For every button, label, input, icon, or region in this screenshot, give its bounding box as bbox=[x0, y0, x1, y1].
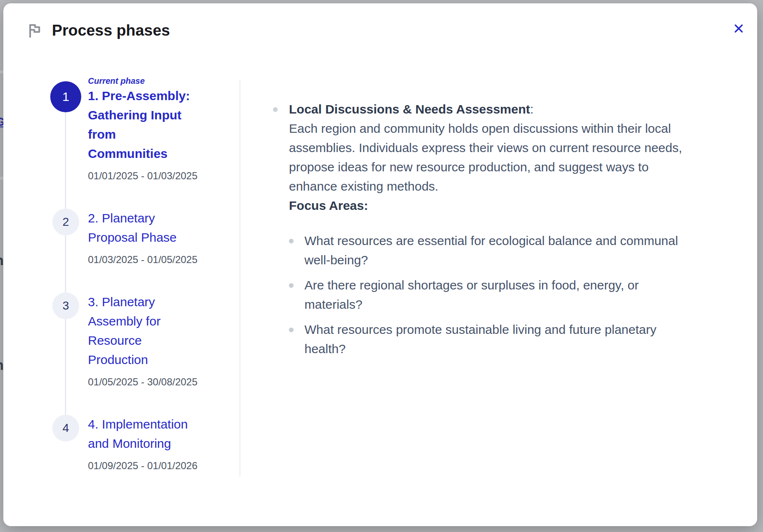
bullet-dot bbox=[289, 328, 294, 332]
step-marker-column: 4 bbox=[50, 415, 81, 473]
details-item-heading: Local Discussions & Needs Assessment: bbox=[289, 100, 682, 119]
phase-timeline: 1 Current phase 1. Pre-Assembly: Gatheri… bbox=[50, 75, 218, 473]
focus-item-text: What resources are essential for ecologi… bbox=[304, 231, 678, 270]
step-2-dates: 01/03/2025 - 01/05/2025 bbox=[88, 253, 202, 266]
close-x-icon bbox=[733, 23, 744, 36]
timeline-step-1[interactable]: 1 Current phase 1. Pre-Assembly: Gatheri… bbox=[50, 75, 218, 183]
timeline-step-4[interactable]: 4 4. Implementation and Monitoring 01/09… bbox=[50, 415, 218, 473]
dialog-title: Process phases bbox=[52, 22, 170, 39]
close-button[interactable] bbox=[733, 23, 745, 35]
focus-areas-list: What resources are essential for ecologi… bbox=[289, 231, 682, 359]
focus-list-item: What resources are essential for ecologi… bbox=[289, 231, 682, 270]
details-list-item: Local Discussions & Needs Assessment: Ea… bbox=[273, 100, 746, 364]
details-item-body: Local Discussions & Needs Assessment: Ea… bbox=[289, 100, 682, 364]
details-heading-suffix: : bbox=[530, 102, 534, 116]
process-phases-dialog: Process phases 1 Current phase 1. Pre-As… bbox=[3, 3, 757, 526]
background-card-edge bbox=[0, 177, 3, 180]
focus-item-text: What resources promote sustainable livin… bbox=[304, 320, 656, 359]
step-3-text: 3. Planetary Assembly for Resource Produ… bbox=[88, 292, 202, 389]
timeline-step-2[interactable]: 2 2. Planetary Proposal Phase 01/03/2025… bbox=[50, 209, 218, 266]
step-4-title[interactable]: 4. Implementation and Monitoring bbox=[88, 415, 202, 453]
step-1-circle[interactable]: 1 bbox=[50, 81, 81, 112]
timeline-step-3[interactable]: 3 3. Planetary Assembly for Resource Pro… bbox=[50, 292, 218, 389]
focus-areas-heading: Focus Areas: bbox=[289, 196, 682, 215]
step-1-text: Current phase 1. Pre-Assembly: Gathering… bbox=[88, 75, 202, 183]
details-heading-bold: Local Discussions & Needs Assessment bbox=[289, 102, 530, 116]
details-paragraph: Each region and community holds open dis… bbox=[289, 119, 682, 196]
step-3-circle[interactable]: 3 bbox=[52, 292, 79, 319]
step-2-circle[interactable]: 2 bbox=[52, 209, 79, 235]
step-marker-column: 2 bbox=[50, 209, 81, 266]
focus-item-text: Are there regional shortages or surpluse… bbox=[304, 276, 639, 314]
step-3-dates: 01/05/2025 - 30/08/2025 bbox=[88, 375, 202, 389]
step-2-title[interactable]: 2. Planetary Proposal Phase bbox=[88, 209, 202, 247]
step-2-text: 2. Planetary Proposal Phase 01/03/2025 -… bbox=[88, 209, 202, 266]
bullet-dot bbox=[289, 239, 294, 243]
step-marker-column: 3 bbox=[50, 292, 81, 389]
step-4-text: 4. Implementation and Monitoring 01/09/2… bbox=[88, 415, 202, 473]
current-phase-badge: Current phase bbox=[88, 75, 202, 86]
flag-icon bbox=[26, 22, 43, 39]
step-1-title[interactable]: 1. Pre-Assembly: Gathering Input from Co… bbox=[88, 86, 202, 163]
phase-details-panel: Local Discussions & Needs Assessment: Ea… bbox=[273, 100, 746, 364]
focus-list-item: What resources promote sustainable livin… bbox=[289, 320, 682, 359]
background-card-edge bbox=[0, 70, 3, 73]
bullet-dot bbox=[289, 283, 294, 288]
column-divider bbox=[240, 80, 240, 477]
page-background: { "window": { "title": "Process phases" … bbox=[0, 0, 763, 532]
bullet-dot bbox=[273, 107, 278, 112]
step-4-circle[interactable]: 4 bbox=[52, 415, 79, 442]
step-3-title[interactable]: 3. Planetary Assembly for Resource Produ… bbox=[88, 292, 202, 369]
step-4-dates: 01/09/2025 - 01/01/2026 bbox=[88, 459, 202, 473]
step-marker-column: 1 bbox=[50, 75, 81, 183]
focus-list-item: Are there regional shortages or surpluse… bbox=[289, 276, 682, 314]
dialog-header: Process phases bbox=[26, 22, 170, 39]
step-1-dates: 01/01/2025 - 01/03/2025 bbox=[88, 169, 202, 183]
